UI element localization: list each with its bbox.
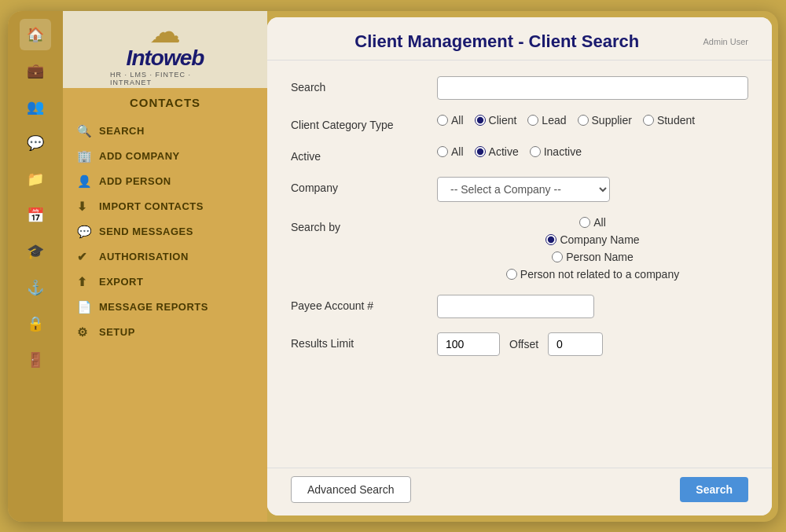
payee-control [437, 295, 748, 318]
sidebar-item-import-contacts-label: IMPORT CONTACTS [99, 200, 204, 212]
search-by-options: All Company Name Person Name Person not … [437, 216, 748, 281]
payee-row: Payee Account # [291, 295, 748, 318]
sidebar-item-export-label: EXPORT [99, 276, 143, 288]
icon-strip: 🏠 💼 👥 💬 📁 📅 🎓 ⚓ 🔒 🚪 [8, 11, 63, 522]
radio-search-by-all[interactable]: All [579, 216, 606, 229]
company-dropdown[interactable]: -- Select a Company -- [437, 177, 610, 202]
sidebar-item-add-person[interactable]: 👤 ADD PERSON [63, 169, 267, 194]
calendar-icon[interactable]: 📅 [20, 200, 51, 231]
import-nav-icon: ⬇ [77, 200, 93, 214]
chat-icon[interactable]: 💬 [20, 127, 51, 159]
radio-search-by-company-label: Company Name [560, 233, 639, 246]
radio-search-by-person-input[interactable] [552, 251, 563, 262]
sidebar-item-send-messages[interactable]: 💬 SEND MESSAGES [63, 219, 267, 244]
radio-all-category-input[interactable] [437, 115, 448, 126]
add-company-nav-icon: 🏢 [77, 149, 93, 163]
client-category-row: Client Category Type All Client Lead [291, 114, 748, 131]
radio-inactive[interactable]: Inactive [530, 145, 582, 158]
sidebar-item-add-company-label: ADD COMPANY [99, 150, 180, 162]
radio-all-active-label: All [451, 145, 464, 158]
sidebar-item-send-messages-label: SEND MESSAGES [99, 226, 193, 237]
sidebar-item-export[interactable]: ⬆ EXPORT [63, 270, 267, 295]
radio-student-category-label: Student [657, 114, 695, 127]
radio-inactive-input[interactable] [530, 146, 541, 157]
sidebar-item-add-company[interactable]: 🏢 ADD COMPANY [63, 144, 267, 169]
search-row: Search [291, 76, 748, 100]
radio-all-active[interactable]: All [437, 145, 464, 158]
sidebar-item-message-reports-label: MESSAGE REPORTS [99, 301, 208, 313]
lock-icon[interactable]: 🔒 [20, 308, 51, 339]
active-options: All Active Inactive [437, 145, 748, 158]
results-limit-input[interactable] [437, 332, 500, 356]
search-button[interactable]: Search [680, 477, 748, 502]
radio-search-by-all-input[interactable] [579, 217, 590, 228]
sidebar-item-authorisation-label: AUTHORISATION [99, 251, 189, 262]
add-person-nav-icon: 👤 [77, 174, 93, 189]
logout-icon[interactable]: 🚪 [20, 344, 51, 376]
payee-input[interactable] [437, 295, 594, 318]
search-control [437, 76, 748, 100]
radio-client-category-label: Client [489, 114, 517, 127]
radio-active-input[interactable] [475, 146, 486, 157]
app-container: 🏠 💼 👥 💬 📁 📅 🎓 ⚓ 🔒 🚪 ☁ Intoweb HR · LMS ·… [8, 11, 778, 522]
footer-buttons: Advanced Search Search [267, 468, 772, 515]
search-nav-icon: 🔍 [77, 124, 93, 138]
search-by-row: Search by All Company Name Person Name [291, 216, 748, 281]
company-control: -- Select a Company -- [437, 177, 748, 202]
radio-search-by-all-label: All [593, 216, 606, 229]
radio-supplier-category-input[interactable] [578, 115, 589, 126]
graduation-icon[interactable]: 🎓 [20, 236, 51, 267]
sidebar-item-authorisation[interactable]: ✔ AUTHORISATION [63, 244, 267, 270]
cloud-logo-icon: ☁ [149, 16, 181, 47]
active-label: Active [291, 145, 424, 163]
sidebar: ☁ Intoweb HR · LMS · FINTEC · INTRANET C… [63, 11, 267, 522]
radio-active-label: Active [489, 145, 519, 158]
home-icon[interactable]: 🏠 [20, 19, 51, 50]
search-label: Search [291, 76, 424, 94]
page-title: Client Management - Client Search [291, 31, 703, 52]
radio-lead-category[interactable]: Lead [527, 114, 566, 127]
search-input[interactable] [437, 76, 748, 100]
offset-input[interactable] [548, 332, 603, 356]
nav-menu: 🔍 SEARCH 🏢 ADD COMPANY 👤 ADD PERSON ⬇ IM… [63, 116, 267, 522]
folder-icon[interactable]: 📁 [20, 163, 51, 195]
radio-supplier-category[interactable]: Supplier [578, 114, 632, 127]
sidebar-item-message-reports[interactable]: 📄 MESSAGE REPORTS [63, 295, 267, 320]
search-by-label: Search by [291, 216, 424, 233]
radio-all-category[interactable]: All [437, 114, 464, 127]
sidebar-item-search[interactable]: 🔍 SEARCH [63, 119, 267, 144]
offset-label: Offset [509, 338, 538, 350]
radio-client-category[interactable]: Client [475, 114, 517, 127]
radio-lead-category-input[interactable] [527, 115, 538, 126]
page-header: Client Management - Client Search Admin … [267, 17, 772, 61]
main-content: Client Management - Client Search Admin … [267, 17, 772, 515]
sidebar-item-setup[interactable]: ⚙ SETUP [63, 320, 267, 345]
radio-search-by-company-input[interactable] [545, 234, 556, 245]
company-row: Company -- Select a Company -- [291, 177, 748, 202]
brand-tagline: HR · LMS · FINTEC · INTRANET [110, 71, 220, 86]
radio-lead-category-label: Lead [542, 114, 566, 127]
radio-all-active-input[interactable] [437, 146, 448, 157]
sidebar-item-import-contacts[interactable]: ⬇ IMPORT CONTACTS [63, 194, 267, 219]
radio-search-by-person[interactable]: Person Name [552, 251, 634, 263]
radio-client-category-input[interactable] [475, 115, 486, 126]
radio-student-category-input[interactable] [643, 115, 654, 126]
briefcase-icon[interactable]: 💼 [20, 55, 51, 86]
authorisation-nav-icon: ✔ [77, 250, 93, 264]
anchor-icon[interactable]: ⚓ [20, 272, 51, 303]
radio-search-by-company[interactable]: Company Name [545, 233, 639, 246]
payee-label: Payee Account # [291, 295, 424, 312]
radio-student-category[interactable]: Student [643, 114, 695, 127]
results-limit-control: Offset [437, 332, 748, 356]
sidebar-item-setup-label: SETUP [99, 326, 135, 338]
radio-active[interactable]: Active [475, 145, 519, 158]
radio-search-by-person-not-related-input[interactable] [506, 269, 517, 280]
radio-search-by-person-not-related[interactable]: Person not related to a company [506, 268, 679, 281]
advanced-search-button[interactable]: Advanced Search [291, 476, 411, 503]
radio-search-by-person-label: Person Name [566, 251, 634, 263]
people-icon[interactable]: 👥 [20, 91, 51, 123]
radio-supplier-category-label: Supplier [592, 114, 632, 127]
client-category-label: Client Category Type [291, 114, 424, 131]
sidebar-item-add-person-label: ADD PERSON [99, 175, 171, 187]
message-reports-nav-icon: 📄 [77, 300, 93, 314]
